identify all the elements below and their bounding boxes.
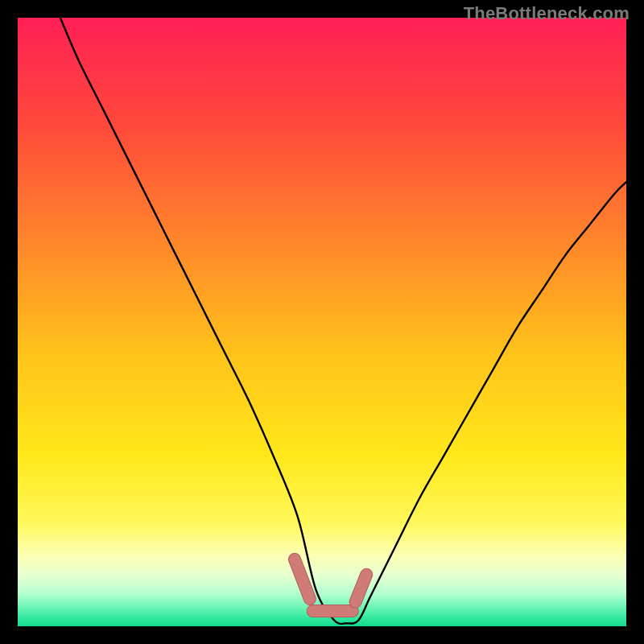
svg-line-6 bbox=[356, 575, 367, 602]
watermark-text: TheBottleneck.com bbox=[464, 3, 630, 24]
bottleneck-curve bbox=[18, 18, 626, 626]
chart-frame: TheBottleneck.com bbox=[0, 0, 644, 644]
svg-line-2 bbox=[295, 559, 310, 599]
plot-area bbox=[18, 18, 626, 626]
